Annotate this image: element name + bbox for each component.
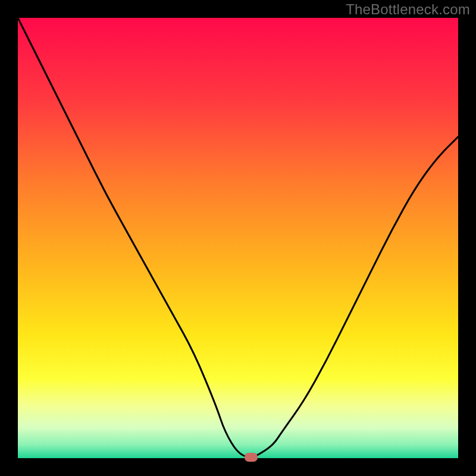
optimum-marker [245,453,258,462]
plot-area [18,18,458,458]
watermark-text: TheBottleneck.com [346,1,470,18]
chart-svg [18,18,458,458]
plot-background [18,18,458,458]
chart-frame: TheBottleneck.com [0,0,476,476]
